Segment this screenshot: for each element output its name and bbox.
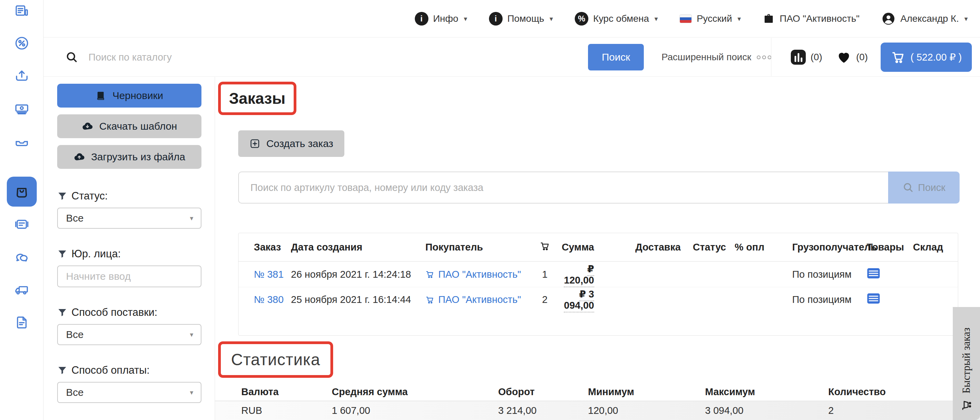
funnel-icon [57, 249, 67, 259]
sidebar-item-orders[interactable] [7, 177, 37, 207]
buyer-link[interactable]: ПАО "Активность" [425, 269, 533, 280]
drafts-button[interactable]: Черновики [57, 84, 202, 108]
upload-icon [14, 68, 30, 84]
icon-rail [0, 0, 43, 420]
order-consignee: По позициям [792, 294, 867, 305]
chevron-down-icon: ▾ [464, 14, 467, 23]
main-content: Заказы Создать заказ Поиск Заказ Дата со… [215, 77, 980, 420]
help-icon: i [489, 12, 503, 25]
order-sum[interactable]: ₽ 3 094,00 [564, 289, 594, 312]
info-menu[interactable]: i Инфо ▾ [415, 12, 467, 25]
payment-filter-value: Все [66, 387, 84, 398]
chevron-down-icon: ▾ [190, 331, 193, 339]
stat-col-avg: Средняя сумма [332, 386, 498, 398]
col-created: Дата создания [291, 242, 425, 253]
sidebar-item-payments[interactable] [14, 101, 30, 116]
search-icon [65, 51, 78, 64]
payment-filter-select[interactable]: Все ▾ [57, 382, 202, 403]
cart-icon [891, 50, 905, 64]
sidebar-item-invoices[interactable] [14, 217, 30, 232]
catalog-search-button[interactable]: Поиск [588, 44, 644, 70]
book-icon [95, 90, 106, 101]
compare-counter[interactable]: (0) [791, 38, 822, 76]
percent-icon [14, 35, 30, 51]
goods-list-icon[interactable] [867, 267, 880, 279]
language-menu[interactable]: Русский ▾ [679, 13, 741, 24]
catalog-search [65, 38, 531, 76]
order-search-button[interactable]: Поиск [888, 172, 959, 204]
buyer-link[interactable]: ПАО "Активность" [425, 294, 533, 305]
sidebar-item-documents[interactable] [14, 315, 30, 330]
briefcase-icon [762, 13, 775, 25]
document-icon [14, 315, 30, 330]
chevron-down-icon: ▾ [654, 14, 658, 23]
favorites-counter[interactable]: (0) [837, 38, 868, 76]
status-filter-label: Статус: [57, 190, 215, 202]
left-panel: Черновики Скачать шаблон Загрузить из фа… [43, 77, 215, 420]
upload-from-file-button[interactable]: Загрузить из файла [57, 145, 202, 169]
order-number-link[interactable]: № 380 [254, 294, 284, 305]
sidebar-item-support[interactable] [14, 250, 30, 264]
stat-turnover: 3 214,00 [498, 405, 588, 416]
sidebar-item-inbox[interactable] [14, 134, 30, 149]
favorites-count: (0) [856, 52, 868, 63]
help-menu[interactable]: i Помощь ▾ [489, 12, 553, 25]
sidebar-item-news[interactable] [14, 3, 30, 18]
drafts-button-label: Черновики [112, 90, 163, 102]
banknote-icon [14, 101, 30, 116]
stats-header: Валюта Средняя сумма Оборот Минимум Макс… [215, 383, 980, 401]
quick-order-label: Быстрый заказ [960, 328, 972, 393]
order-sum[interactable]: ₽ 120,00 [564, 263, 594, 287]
cart-icon [540, 241, 550, 251]
sidebar-item-delivery[interactable] [14, 282, 30, 297]
company-label: ПАО "Активность" [780, 13, 859, 24]
order-qty: 1 [533, 269, 557, 280]
cart-total: ( 522.00 ₽ ) [911, 51, 962, 63]
topbar: i Инфо ▾ i Помощь ▾ % Курс обмена ▾ Русс… [43, 0, 980, 37]
goods-list-icon[interactable] [867, 293, 880, 304]
user-menu[interactable]: Александр К. ▾ [881, 11, 968, 26]
info-icon: i [415, 12, 428, 25]
exchange-rate-menu[interactable]: % Курс обмена ▾ [575, 12, 658, 25]
status-filter-value: Все [66, 212, 84, 224]
delivery-filter-select[interactable]: Все ▾ [57, 324, 202, 345]
stat-col-max: Максимум [705, 386, 828, 398]
user-avatar-icon [881, 11, 896, 26]
order-date: 26 ноября 2021 г. 14:24:18 [291, 269, 425, 280]
download-template-button[interactable]: Скачать шаблон [57, 115, 202, 138]
status-filter-select[interactable]: Все ▾ [57, 208, 202, 229]
chevron-down-icon: ▾ [550, 14, 553, 23]
create-order-button[interactable]: Создать заказ [238, 130, 344, 157]
order-search-input[interactable] [238, 172, 888, 204]
stats-row: RUB 1 607,00 3 214,00 120,00 3 094,00 2 [215, 401, 980, 420]
legal-filter-input[interactable] [57, 266, 202, 287]
orders-table: Заказ Дата создания Покупатель Сумма Дос… [238, 233, 958, 336]
orders-table-header: Заказ Дата создания Покупатель Сумма Дос… [239, 233, 958, 262]
col-sum: Сумма [557, 242, 594, 253]
sidebar-item-discounts[interactable] [14, 36, 30, 51]
advanced-search-link[interactable]: Расширенный поиск [662, 38, 772, 76]
russian-flag-icon [679, 14, 692, 23]
cart-icon [961, 399, 972, 411]
order-number-link[interactable]: № 381 [254, 269, 284, 280]
stat-max: 3 094,00 [705, 405, 828, 416]
buyer-name: ПАО "Активность" [438, 294, 521, 305]
quick-order-tab[interactable]: Быстрый заказ [953, 307, 980, 420]
delivery-filter-value: Все [66, 329, 84, 340]
help-menu-label: Помощь [508, 13, 544, 24]
stat-avg: 1 607,00 [332, 405, 498, 416]
company-menu[interactable]: ПАО "Активность" [762, 13, 859, 25]
compare-icon [791, 50, 806, 65]
language-label: Русский [697, 13, 732, 24]
catalog-search-row: Поиск Расширенный поиск (0) (0) ( 522.00… [43, 38, 980, 76]
sidebar-item-import[interactable] [14, 68, 30, 83]
stats-title: Статистика [231, 350, 320, 369]
cart-button[interactable]: ( 522.00 ₽ ) [881, 43, 972, 72]
cloud-download-icon [82, 121, 93, 132]
table-row: № 381 26 ноября 2021 г. 14:24:18 ПАО "Ак… [239, 262, 958, 287]
chat-icon [14, 249, 30, 265]
catalog-search-input[interactable] [89, 47, 531, 67]
chevron-down-icon: ▾ [190, 214, 193, 222]
percent-badge-icon: % [575, 12, 588, 25]
divider [771, 38, 772, 76]
